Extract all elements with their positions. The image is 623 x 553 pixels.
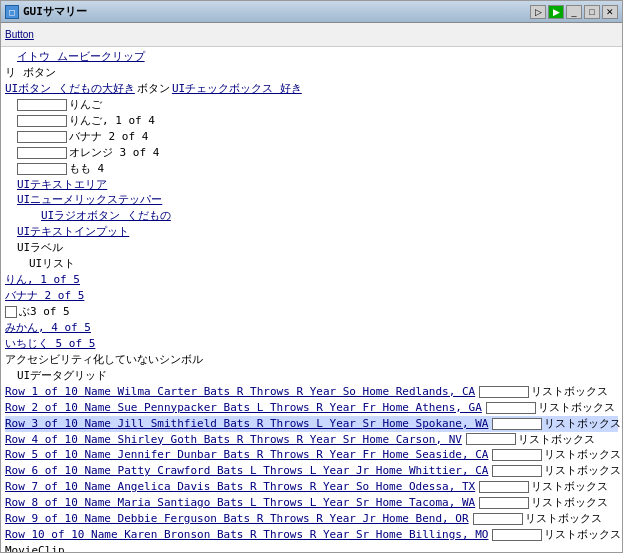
label-listbox: リストボックス	[531, 384, 608, 400]
table-row-highlighted: Row 3 of 10 Name Jill Smithfield Bats R …	[5, 416, 618, 432]
ringo-1of5-link[interactable]: りん, 1 of 5	[5, 272, 80, 288]
table-row: Row 8 of 10 Name Maria Santiago Bats L T…	[5, 495, 618, 511]
list-item: UIラベル	[5, 240, 618, 256]
label-banana-2of4: バナナ 2 of 4	[69, 129, 148, 145]
list-item: ぶ3 of 5	[5, 304, 618, 320]
list-item: バナナ 2 of 5	[5, 288, 618, 304]
listbox-icon	[486, 402, 536, 414]
label-listbox: リストボックス	[525, 511, 602, 527]
content-area[interactable]: イトウ ムービークリップ リ ボタン UIボタン くだもの大好き ボタン UIチ…	[1, 47, 622, 552]
list-item: UIニューメリックステッパー	[5, 192, 618, 208]
listbox-icon	[466, 433, 516, 445]
ichijiku-5of5-link[interactable]: いちじく 5 of 5	[5, 336, 95, 352]
list-item: UIリスト	[5, 256, 618, 272]
ui-numeric-stepper-link[interactable]: UIニューメリックステッパー	[17, 192, 162, 208]
label-ringo-1of4: りんご, 1 of 4	[69, 113, 155, 129]
table-row: Row 7 of 10 Name Angelica Davis Bats R T…	[5, 479, 618, 495]
label-ringo: りんご	[69, 97, 102, 113]
close-btn[interactable]: ✕	[602, 5, 618, 19]
label-orange-3of4: オレンジ 3 of 4	[69, 145, 159, 161]
row10-link[interactable]: Row 10 of 10 Name Karen Bronson Bats R T…	[5, 527, 488, 543]
list-item: いちじく 5 of 5	[5, 336, 618, 352]
list-item: UIテキストインプット	[5, 224, 618, 240]
label-ui-label: UIラベル	[17, 240, 63, 256]
row4-link[interactable]: Row 4 of 10 Name Shirley Goth Bats R Thr…	[5, 432, 462, 448]
ui-checkbox-link[interactable]: UIチェックボックス 好き	[172, 81, 302, 97]
row3-link[interactable]: Row 3 of 10 Name Jill Smithfield Bats R …	[5, 416, 488, 432]
list-item: りんご, 1 of 4	[5, 113, 618, 129]
restore-btn[interactable]: □	[584, 5, 600, 19]
label-ui-list: UIリスト	[29, 256, 75, 272]
list-item: アクセシビリティ化していないシンボル	[5, 352, 618, 368]
row1-link[interactable]: Row 1 of 10 Name Wilma Carter Bats R Thr…	[5, 384, 475, 400]
list-item: りんご	[5, 97, 618, 113]
list-item: リ ボタン	[5, 65, 618, 81]
ui-text-input-link[interactable]: UIテキストインプット	[17, 224, 129, 240]
title-bar: □ GUIサマリー ▷ ▶ _ □ ✕	[1, 1, 622, 23]
toolbar: Button	[1, 23, 622, 47]
label-momo: もも 4	[69, 161, 104, 177]
row2-link[interactable]: Row 2 of 10 Name Sue Pennypacker Bats L …	[5, 400, 482, 416]
ui-radio-kudamono-link[interactable]: UIラジオボタン くだもの	[41, 208, 171, 224]
table-row: Row 10 of 10 Name Karen Bronson Bats R T…	[5, 527, 618, 543]
table-row: Row 5 of 10 Name Jennifer Dunbar Bats R …	[5, 447, 618, 463]
row7-link[interactable]: Row 7 of 10 Name Angelica Davis Bats R T…	[5, 479, 475, 495]
table-row: Row 6 of 10 Name Patty Crawford Bats L T…	[5, 463, 618, 479]
listbox-icon	[17, 131, 67, 143]
row8-link[interactable]: Row 8 of 10 Name Maria Santiago Bats L T…	[5, 495, 475, 511]
label-listbox: リストボックス	[544, 463, 621, 479]
label-listbox: リストボックス	[531, 479, 608, 495]
list-item: イトウ ムービークリップ	[5, 49, 618, 65]
listbox-icon	[492, 418, 542, 430]
listbox-icon	[479, 481, 529, 493]
table-row: Row 2 of 10 Name Sue Pennypacker Bats L …	[5, 400, 618, 416]
label-listbox: リストボックス	[518, 432, 595, 448]
list-item: UIボタン くだもの大好き ボタン UIチェックボックス 好き	[5, 81, 618, 97]
listbox-icon	[473, 513, 523, 525]
label-ri-button: リ ボタン	[5, 65, 56, 81]
label-listbox: リストボックス	[544, 527, 621, 543]
listbox-icon	[17, 163, 67, 175]
list-item: オレンジ 3 of 4	[5, 145, 618, 161]
title-bar-controls: ▷ ▶ _ □ ✕	[530, 5, 618, 19]
window-icon: □	[5, 5, 19, 19]
table-row: Row 9 of 10 Name Debbie Ferguson Bats R …	[5, 511, 618, 527]
list-item: みかん, 4 of 5	[5, 320, 618, 336]
label-bu-3of5: ぶ3 of 5	[19, 304, 70, 320]
label-listbox: リストボックス	[544, 447, 621, 463]
main-window: □ GUIサマリー ▷ ▶ _ □ ✕ Button イトウ ムービークリップ …	[0, 0, 623, 553]
banana-2of5-link[interactable]: バナナ 2 of 5	[5, 288, 84, 304]
window-title: GUIサマリー	[23, 4, 530, 19]
listbox-icon	[492, 529, 542, 541]
listbox-icon	[479, 497, 529, 509]
ui-textarea-link[interactable]: UIテキストエリア	[17, 177, 107, 193]
table-row: Row 1 of 10 Name Wilma Carter Bats R Thr…	[5, 384, 618, 400]
label-listbox: リストボックス	[531, 495, 608, 511]
label-button: ボタン	[137, 81, 170, 97]
row6-link[interactable]: Row 6 of 10 Name Patty Crawford Bats L T…	[5, 463, 488, 479]
list-item: UIデータグリッド	[5, 368, 618, 384]
movie-clip-link[interactable]: イトウ ムービークリップ	[17, 49, 145, 65]
listbox-icon	[492, 449, 542, 461]
listbox-icon	[492, 465, 542, 477]
listbox-icon	[17, 147, 67, 159]
run-btn1[interactable]: ▷	[530, 5, 546, 19]
list-item: バナナ 2 of 4	[5, 129, 618, 145]
row9-link[interactable]: Row 9 of 10 Name Debbie Ferguson Bats R …	[5, 511, 469, 527]
label-listbox: リストボックス	[544, 416, 621, 432]
label-movie-clip: MovieClip	[5, 543, 65, 552]
label-listbox: リストボックス	[538, 400, 615, 416]
listbox-icon	[479, 386, 529, 398]
ui-button-kudamono-link[interactable]: UIボタン くだもの大好き	[5, 81, 135, 97]
row5-link[interactable]: Row 5 of 10 Name Jennifer Dunbar Bats R …	[5, 447, 488, 463]
listbox-icon	[17, 115, 67, 127]
list-item: UIテキストエリア	[5, 177, 618, 193]
button-link[interactable]: Button	[5, 29, 34, 40]
label-no-accessibility: アクセシビリティ化していないシンボル	[5, 352, 203, 368]
minimize-btn[interactable]: _	[566, 5, 582, 19]
listbox-icon	[17, 99, 67, 111]
mikan-4of5-link[interactable]: みかん, 4 of 5	[5, 320, 91, 336]
list-item: りん, 1 of 5	[5, 272, 618, 288]
run-btn2[interactable]: ▶	[548, 5, 564, 19]
checkbox-icon[interactable]	[5, 306, 17, 318]
